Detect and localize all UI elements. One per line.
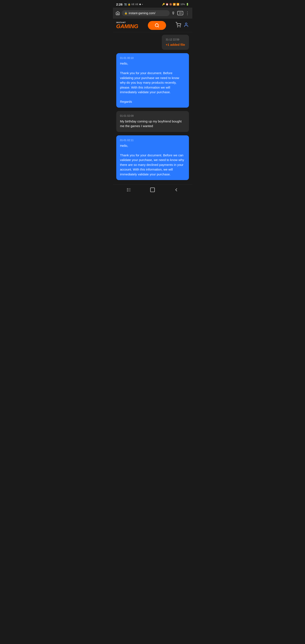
logo[interactable]: INSTANT GAMING [116,22,138,29]
search-icon [154,23,159,28]
svg-line-1 [158,26,159,27]
menu-button[interactable] [126,187,131,192]
back-button[interactable] [174,187,179,192]
user-icon[interactable] [184,22,189,28]
chat-area: 31-12 22:59 +1 added file 01-01 00:10 He… [113,32,192,182]
svg-point-3 [180,26,180,27]
status-icons-left: 📷 🔒 UE UE ⏺ • [124,3,143,6]
cart-icon[interactable] [176,22,181,29]
message-2: 01-01 00:10 Hello,Thank you for your doc… [116,53,189,108]
status-icons-right: 🔑 ⏰ 🔕 📶 📶 [162,3,180,6]
message-1-time: 31-12 22:59 [166,38,185,41]
svg-rect-11 [150,188,154,192]
status-bar: 2:26 📷 🔒 UE UE ⏺ • 🔑 ⏰ 🔕 📶 📶 10% 🔋 [113,0,192,8]
message-3-text: My birthday coming up my boyfriend bough… [120,119,185,128]
microphone-icon[interactable]: 🎙 [171,11,175,16]
message-1-file: +1 added file [166,43,185,46]
tab-count[interactable]: 19 [177,11,183,15]
search-button[interactable] [148,21,166,30]
bottom-nav [113,184,192,197]
home-nav-button[interactable] [150,187,155,192]
logo-gaming-text: GAMING [116,24,138,29]
home-button[interactable] [116,11,120,16]
message-3-time: 01-01 02:09 [120,114,185,117]
browser-bar: 🔒 instant-gaming.com/ 🎙 19 ⋮ [113,8,192,19]
browser-actions: 🎙 19 ⋮ [171,10,190,16]
message-1: 31-12 22:59 +1 added file [116,35,189,50]
message-bubble-1: 31-12 22:59 +1 added file [162,35,189,50]
more-options-icon[interactable]: ⋮ [185,10,190,16]
message-bubble-3: 01-01 02:09 My birthday coming up my boy… [116,111,189,132]
svg-point-2 [178,26,178,27]
message-bubble-2: 01-01 00:10 Hello,Thank you for your doc… [116,53,189,108]
message-4: 01-01 02:11 Hello,Thank you for your doc… [116,135,189,180]
message-3: 01-01 02:09 My birthday coming up my boy… [116,111,189,132]
status-time: 2:26 [116,2,123,6]
status-left: 2:26 📷 🔒 UE UE ⏺ • [116,2,143,6]
url-text: instant-gaming.com/ [129,12,167,15]
battery-icon: 🔋 [186,3,189,6]
battery-percent: 10% [180,3,185,6]
url-bar[interactable]: 🔒 instant-gaming.com/ [122,10,170,16]
status-right: 🔑 ⏰ 🔕 📶 📶 10% 🔋 [162,3,189,6]
message-2-text: Hello,Thank you for your document. Befor… [120,61,185,104]
message-2-time: 01-01 00:10 [120,56,185,60]
message-4-time: 01-01 02:11 [120,139,185,142]
site-header: INSTANT GAMING [113,19,192,32]
lock-icon: 🔒 [124,12,128,14]
message-bubble-4: 01-01 02:11 Hello,Thank you for your doc… [116,135,189,180]
message-4-text: Hello,Thank you for your document. Befor… [120,144,185,177]
svg-point-4 [185,23,187,24]
header-actions [176,22,189,29]
